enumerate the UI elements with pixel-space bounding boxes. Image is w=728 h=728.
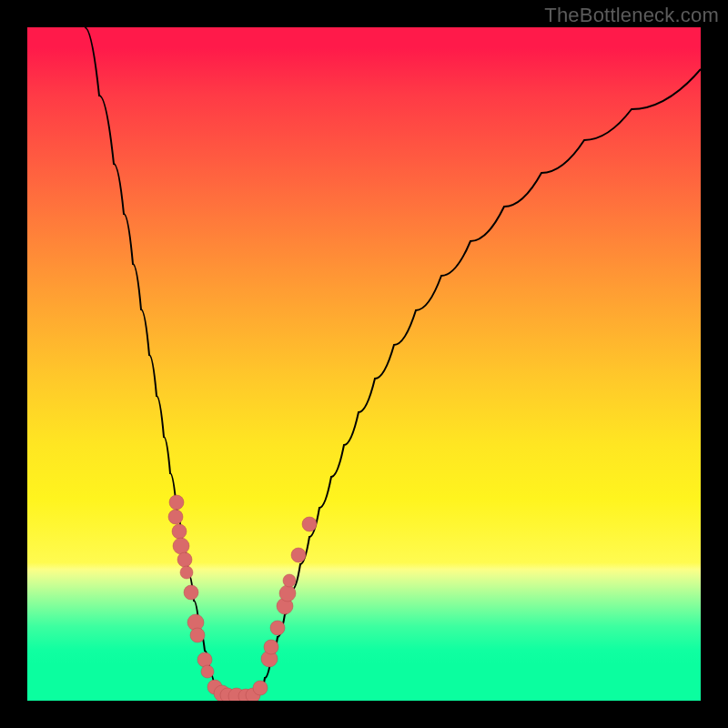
scatter-dot — [177, 552, 192, 567]
scatter-dot — [302, 517, 317, 531]
chart-svg — [27, 27, 701, 701]
scatter-dot — [180, 566, 193, 579]
right-curve-path — [259, 69, 701, 694]
scatter-dot — [197, 652, 212, 667]
scatter-dot — [169, 495, 184, 510]
scatter-dot — [184, 585, 198, 600]
watermark-text: TheBottleneck.com — [544, 4, 719, 27]
plot-area — [27, 27, 701, 701]
scatter-dot — [172, 524, 187, 539]
scatter-dot — [270, 621, 285, 635]
scatter-dot — [173, 538, 189, 554]
scatter-dots — [168, 495, 317, 701]
scatter-dot — [168, 510, 183, 524]
scatter-dot — [264, 640, 278, 654]
scatter-dot — [279, 585, 296, 602]
scatter-dot — [190, 628, 205, 642]
scatter-dot — [201, 665, 214, 678]
scatter-dot — [283, 574, 296, 587]
scatter-dot — [253, 681, 268, 695]
chart-frame: TheBottleneck.com — [0, 0, 728, 728]
scatter-dot — [291, 548, 306, 562]
